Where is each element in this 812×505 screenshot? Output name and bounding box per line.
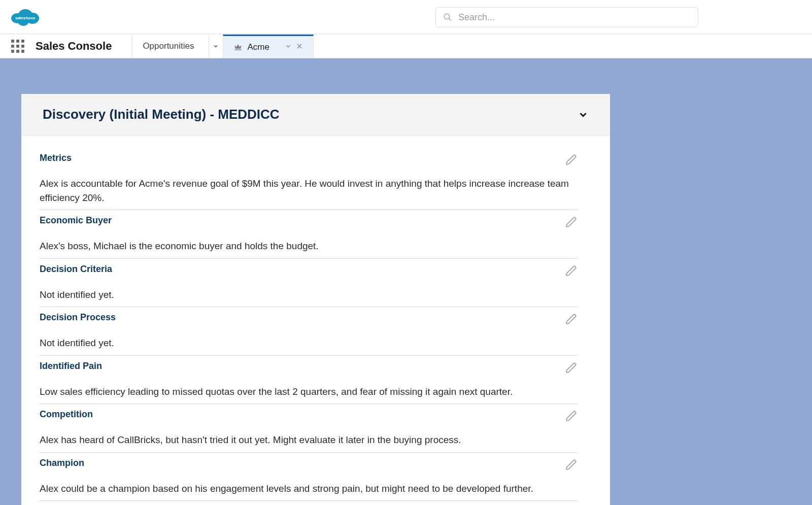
svg-line-6: [449, 18, 451, 21]
pencil-icon: [565, 459, 578, 471]
card-body: Metrics Alex is accountable for Acme's r…: [21, 136, 610, 505]
field-champion: Champion Alex could be a champion based …: [25, 458, 606, 501]
tab-label: Acme: [248, 42, 269, 52]
salesforce-logo: salesforce: [10, 6, 41, 27]
edit-button[interactable]: [565, 459, 578, 471]
field-economic-buyer: Economic Buyer Alex's boss, Michael is t…: [25, 215, 606, 259]
svg-text:salesforce: salesforce: [15, 16, 36, 20]
pencil-icon: [565, 265, 578, 277]
edit-button[interactable]: [565, 362, 578, 374]
field-competition: Competition Alex has heard of CallBricks…: [25, 409, 606, 453]
app-launcher-icon: [11, 40, 24, 53]
divider: [40, 355, 578, 356]
divider: [40, 403, 578, 404]
field-label: Metrics: [40, 153, 72, 163]
account-icon: [233, 43, 243, 52]
card-header[interactable]: Discovery (Initial Meeting) - MEDDICC: [21, 94, 610, 136]
search-input[interactable]: [458, 12, 691, 23]
field-value: Alex could be a champion based on his en…: [40, 482, 592, 496]
chevron-down-icon: [213, 43, 219, 49]
app-launcher-button[interactable]: [0, 35, 36, 58]
field-value: Not identified yet.: [40, 336, 592, 350]
pencil-icon: [565, 362, 578, 374]
search-icon: [443, 13, 452, 22]
field-label: Economic Buyer: [40, 215, 112, 226]
workspace: Discovery (Initial Meeting) - MEDDICC Me…: [0, 58, 812, 505]
card-title: Discovery (Initial Meeting) - MEDDICC: [43, 107, 280, 122]
field-label: Competition: [40, 409, 93, 420]
tab-acme-dropdown[interactable]: [285, 42, 292, 52]
field-decision-criteria: Decision Criteria Not identified yet.: [25, 264, 606, 308]
field-metrics: Metrics Alex is accountable for Acme's r…: [25, 153, 606, 210]
global-search[interactable]: [435, 7, 698, 27]
divider: [40, 452, 578, 453]
field-value: Alex is accountable for Acme's revenue g…: [40, 177, 592, 205]
pencil-icon: [565, 216, 578, 228]
edit-button[interactable]: [565, 410, 578, 422]
tab-opportunities-dropdown[interactable]: [209, 35, 223, 58]
tab-label: Opportunities: [143, 41, 201, 51]
field-value: Alex's boss, Michael is the economic buy…: [40, 239, 592, 253]
field-decision-process: Decision Process Not identified yet.: [25, 312, 606, 356]
field-value: Not identified yet.: [40, 288, 592, 302]
app-name: Sales Console: [36, 35, 132, 58]
field-value: Alex has heard of CallBricks, but hasn't…: [40, 433, 592, 447]
field-label: Decision Process: [40, 312, 116, 323]
field-label: Champion: [40, 458, 84, 468]
field-label: Identified Pain: [40, 361, 102, 372]
field-identified-pain: Identified Pain Low sales efficiency lea…: [25, 361, 606, 405]
edit-button[interactable]: [565, 265, 578, 277]
field-label: Decision Criteria: [40, 264, 112, 275]
global-header: salesforce: [0, 0, 812, 34]
edit-button[interactable]: [565, 216, 578, 228]
pencil-icon: [565, 313, 578, 325]
pencil-icon: [565, 410, 578, 422]
tab-bar: Sales Console Opportunities Acme: [0, 34, 812, 58]
chevron-down-icon: [285, 43, 292, 50]
tab-acme[interactable]: Acme: [223, 35, 314, 58]
divider: [40, 258, 578, 259]
tab-acme-close[interactable]: [296, 42, 303, 52]
tab-opportunities[interactable]: Opportunities: [132, 35, 222, 58]
edit-button[interactable]: [565, 313, 578, 325]
svg-point-5: [444, 14, 450, 19]
meddicc-card: Discovery (Initial Meeting) - MEDDICC Me…: [21, 94, 610, 505]
close-icon: [296, 43, 303, 50]
chevron-down-icon: [578, 109, 589, 120]
pencil-icon: [565, 154, 578, 166]
edit-button[interactable]: [565, 154, 578, 166]
divider: [40, 500, 578, 501]
field-value: Low sales efficiency leading to missed q…: [40, 385, 592, 399]
divider: [40, 307, 578, 307]
divider: [40, 210, 578, 210]
